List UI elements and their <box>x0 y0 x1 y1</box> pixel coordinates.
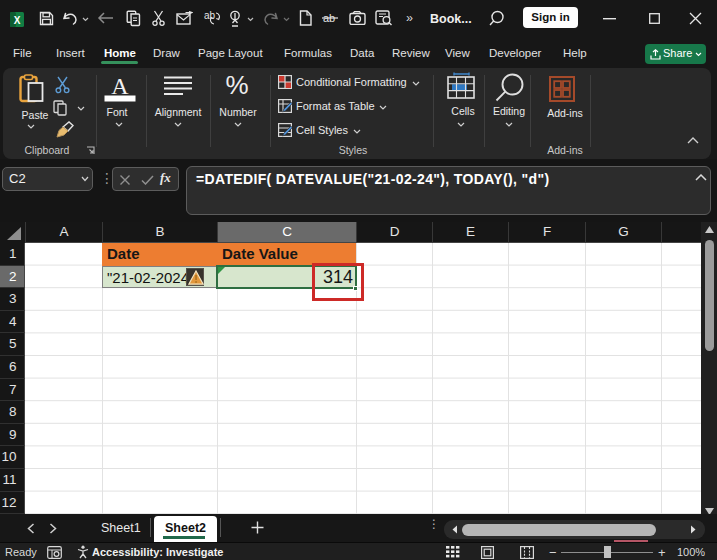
svg-text:A: A <box>111 73 129 99</box>
svg-text:X: X <box>14 15 21 26</box>
svg-text:ab: ab <box>204 10 216 21</box>
